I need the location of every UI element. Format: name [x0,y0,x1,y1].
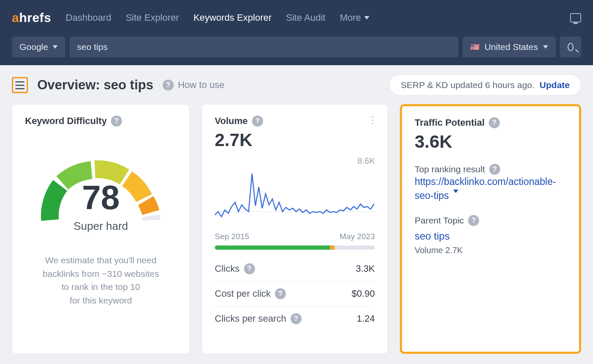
how-to-use-link[interactable]: ? How to use [163,80,224,91]
metric-label: Clicks per search [215,313,286,324]
kd-note-line: to rank in the top 10 [29,280,172,294]
chevron-down-icon [364,16,369,19]
kd-note-line: We estimate that you'll need [29,254,172,267]
brand-letter-a: a [12,11,19,25]
help-icon[interactable]: ? [244,263,255,274]
how-to-use-label: How to use [178,80,224,91]
volume-value: 2.7K [215,130,375,150]
help-icon[interactable]: ? [489,117,500,128]
help-icon[interactable]: ? [275,288,286,299]
sidebar-toggle-button[interactable] [12,77,28,93]
nav-more-label: More [340,12,361,23]
search-engine-label: Google [19,42,48,52]
help-icon[interactable]: ? [291,313,302,324]
volume-peak: 8.6K [215,156,375,166]
help-icon[interactable]: ? [489,164,500,175]
search-row: Google seo tips 🇺🇸 United States [0,36,593,65]
nav-site-audit[interactable]: Site Audit [286,12,325,23]
more-menu-icon[interactable]: ⋯ [367,115,379,126]
tp-top-result-link[interactable]: https://backlinko.com/actionable-seo-tip… [415,176,556,201]
metric-cpc: Cost per click? $0.90 [215,281,375,306]
tp-parent-label: Parent Topic [415,215,464,226]
keyword-input-value: seo tips [77,42,108,52]
tp-parent-topic-link[interactable]: seo tips [415,230,566,242]
tp-title: Traffic Potential [415,117,485,128]
country-label: United States [485,42,538,52]
serp-status-text: SERP & KD updated 6 hours ago. [401,80,535,90]
kd-score: 78 [33,181,169,215]
metric-value: 1.24 [357,313,375,324]
volume-sparkline [215,169,375,229]
kd-title: Keyword Difficulty [25,116,107,127]
search-engine-select[interactable]: Google [12,36,65,58]
metric-label: Cost per click [215,288,271,299]
top-nav: ahrefs Dashboard Site Explorer Keywords … [0,0,593,36]
tp-value: 3.6K [415,132,566,152]
metric-value: $0.90 [352,288,375,299]
keyword-input[interactable]: seo tips [69,36,458,58]
metric-clicks: Clicks? 3.3K [215,256,375,281]
card-keyword-difficulty: Keyword Difficulty ? 78 Super hard [12,104,190,354]
page-title: Overview: seo tips [37,77,153,93]
nav-site-explorer[interactable]: Site Explorer [126,12,179,23]
help-icon[interactable]: ? [252,116,263,127]
help-icon: ? [163,80,174,91]
help-icon[interactable]: ? [468,215,479,226]
nav-dashboard[interactable]: Dashboard [66,12,111,23]
volume-title: Volume [215,116,248,127]
range-start: Sep 2015 [215,232,249,241]
tp-parent-volume: Volume 2.7K [415,245,566,255]
kd-label: Super hard [33,220,169,233]
card-volume: ⋯ Volume ? 2.7K 8.6K Sep 2015 May 2023 C… [202,104,388,354]
volume-range-slider[interactable] [215,245,375,250]
kd-note: We estimate that you'll need backlinks f… [25,254,177,307]
nav-more[interactable]: More [340,12,369,23]
kd-gauge: 78 Super hard [25,142,177,231]
metric-value: 3.3K [356,263,375,274]
card-traffic-potential: Traffic Potential ? 3.6K Top ranking res… [400,104,581,354]
monitor-icon[interactable] [570,13,581,22]
metric-cps: Clicks per search? 1.24 [215,306,375,331]
help-icon[interactable]: ? [111,116,122,127]
serp-status-pill: SERP & KD updated 6 hours ago. Update [389,74,581,96]
country-select[interactable]: 🇺🇸 United States [463,36,556,58]
range-end: May 2023 [340,232,375,241]
flag-icon: 🇺🇸 [470,42,479,52]
nav-keywords-explorer[interactable]: Keywords Explorer [194,12,272,23]
volume-date-range: Sep 2015 May 2023 [215,232,375,241]
volume-metrics: Clicks? 3.3K Cost per click? $0.90 Click… [215,256,375,331]
chevron-down-icon [53,45,58,49]
brand-logo[interactable]: ahrefs [12,11,51,25]
search-icon [568,43,574,51]
chevron-down-icon[interactable] [453,193,458,201]
overview-cards: Keyword Difficulty ? 78 Super hard [0,104,593,354]
tp-top-result-label: Top ranking result [415,164,485,174]
chevron-down-icon [543,45,548,49]
brand-rest: hrefs [19,11,51,25]
kd-note-line: for this keyword [29,294,172,307]
search-button[interactable] [560,36,581,58]
page-header: Overview: seo tips ? How to use SERP & K… [0,65,593,104]
kd-note-line: backlinks from ~310 websites [29,267,172,281]
metric-label: Clicks [215,263,240,274]
update-button[interactable]: Update [540,80,570,90]
